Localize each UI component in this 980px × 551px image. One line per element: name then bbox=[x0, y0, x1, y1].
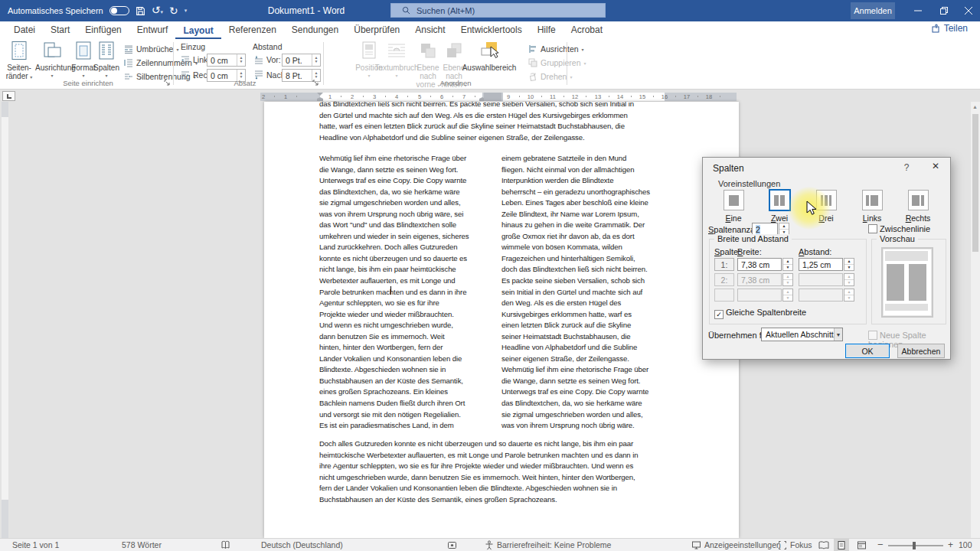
ruler-number: 17 bbox=[684, 93, 690, 100]
line-between-checkbox-box[interactable] bbox=[868, 224, 877, 233]
share-button[interactable]: Teilen bbox=[932, 23, 968, 34]
display-settings-label[interactable]: Anzeigeeinstellungen bbox=[704, 540, 781, 549]
zoom-out-icon[interactable]: − bbox=[877, 539, 884, 550]
margins-button[interactable]: Seiten- ränder ▾ bbox=[3, 41, 35, 82]
page-margins-icon bbox=[9, 41, 29, 60]
tab-start[interactable]: Start bbox=[43, 22, 77, 39]
sign-in-button[interactable]: Anmelden bbox=[851, 2, 895, 19]
save-icon[interactable] bbox=[136, 6, 145, 16]
qat-customize-icon[interactable]: ▾ bbox=[185, 8, 188, 14]
focus-label[interactable]: Fokus bbox=[790, 540, 812, 549]
tab-hilfe[interactable]: Hilfe bbox=[530, 22, 564, 39]
ruler-number: 15 bbox=[639, 93, 645, 100]
zoom-in-icon[interactable]: + bbox=[948, 540, 953, 550]
restore-button[interactable] bbox=[933, 0, 956, 21]
line-numbers-icon bbox=[124, 58, 133, 67]
tab-sendungen[interactable]: Sendungen bbox=[284, 22, 346, 39]
preset-left[interactable]: Links bbox=[851, 190, 893, 223]
breaks-button[interactable]: Umbrüche▾ bbox=[124, 43, 178, 55]
scroll-up-icon[interactable]: ▲ bbox=[972, 104, 978, 109]
row3-width-spinner: ▲▼ bbox=[737, 289, 793, 302]
tab-layout[interactable]: Layout bbox=[175, 23, 220, 40]
ruler-number: 1 bbox=[284, 93, 287, 100]
print-layout-icon[interactable] bbox=[837, 540, 846, 550]
macro-record-icon[interactable] bbox=[447, 540, 457, 550]
row1-width-spinner[interactable]: 7,38 cm▲▼ bbox=[737, 258, 793, 271]
cancel-button[interactable]: Abbrechen bbox=[897, 344, 945, 358]
row2-width-spinner: 7,38 cm▲▼ bbox=[737, 273, 793, 286]
page-setup-dialog-launcher[interactable] bbox=[164, 80, 171, 86]
close-button[interactable] bbox=[957, 0, 980, 21]
tab-entwicklertools[interactable]: Entwicklertools bbox=[453, 22, 530, 39]
tab-datei[interactable]: Datei bbox=[6, 22, 43, 39]
preset-two-icon bbox=[769, 190, 790, 210]
preset-one[interactable]: Eine bbox=[712, 190, 755, 223]
ruler-number: 2 bbox=[262, 93, 265, 100]
proofing-icon[interactable] bbox=[220, 540, 230, 550]
orientation-icon bbox=[42, 41, 62, 60]
vertical-scrollbar[interactable]: ▲ bbox=[971, 102, 980, 538]
spacing-before-icon bbox=[254, 55, 263, 64]
row1-number: 1: bbox=[714, 258, 734, 271]
ruler-number: 6 bbox=[440, 93, 443, 100]
document-page[interactable]: das Blindtextchen ließ sich nicht beirre… bbox=[264, 102, 739, 538]
dialog-close-button[interactable]: ✕ bbox=[926, 161, 945, 174]
zoom-level[interactable]: 100 % bbox=[959, 540, 980, 551]
dialog-help-button[interactable]: ? bbox=[900, 162, 913, 173]
preset-right[interactable]: Rechts bbox=[897, 190, 939, 223]
read-mode-icon[interactable] bbox=[818, 540, 829, 550]
spacing-before-input[interactable]: 0 Pt.▲▼ bbox=[282, 54, 321, 67]
text-caret bbox=[390, 286, 391, 295]
align-button[interactable]: Ausrichten▾ bbox=[528, 43, 584, 55]
web-layout-icon[interactable] bbox=[857, 540, 867, 550]
ruler-number: 3 bbox=[373, 93, 376, 100]
preset-left-icon bbox=[862, 190, 883, 210]
zoom-slider-handle[interactable] bbox=[913, 542, 916, 549]
column-gutter-marker[interactable] bbox=[484, 93, 501, 101]
ruler-number: 14 bbox=[617, 93, 623, 100]
group-label-paragraph: Absatz bbox=[214, 79, 276, 87]
columns-button[interactable]: Spalten ▾ bbox=[90, 41, 122, 80]
orientation-button[interactable]: Ausrichtung ▾ bbox=[35, 41, 69, 80]
zoom-slider-track[interactable] bbox=[888, 545, 943, 546]
display-settings-icon[interactable] bbox=[691, 540, 701, 550]
tab-referenzen[interactable]: Referenzen bbox=[221, 22, 284, 39]
ok-button[interactable]: OK bbox=[845, 344, 890, 358]
search-input[interactable]: Suchen (Alt+M) bbox=[390, 3, 606, 18]
minimize-button[interactable] bbox=[906, 0, 929, 21]
indent-left-input[interactable]: 0 cm▲▼ bbox=[207, 54, 246, 67]
page-indicator[interactable]: Seite 1 von 1 bbox=[12, 540, 59, 549]
redo-icon[interactable]: ↻ bbox=[169, 5, 178, 16]
tab-entwurf[interactable]: Entwurf bbox=[129, 22, 176, 39]
text-column-left: Wehmütig lief ihm eine rhetorische Frage… bbox=[319, 153, 489, 432]
spacing-heading: Abstand bbox=[253, 42, 283, 51]
indent-right-icon bbox=[181, 70, 190, 80]
columns-icon bbox=[96, 41, 116, 60]
window-title: Dokument1 - Word bbox=[230, 0, 383, 21]
equal-width-checkbox[interactable]: ✓ Gleiche Spaltenbreite bbox=[714, 308, 806, 319]
ribbon-tabs: Datei Start Einfügen Entwurf Layout Refe… bbox=[0, 21, 980, 39]
undo-icon[interactable]: ↺▾ bbox=[152, 5, 163, 18]
ruler-number: 5 bbox=[418, 93, 421, 100]
paragraph-dialog-launcher[interactable] bbox=[312, 80, 319, 86]
dropdown-chevron-icon[interactable]: ▼ bbox=[834, 328, 842, 341]
tab-einfuegen[interactable]: Einfügen bbox=[77, 22, 129, 39]
word-count[interactable]: 578 Wörter bbox=[122, 540, 162, 549]
autosave-toggle[interactable] bbox=[109, 6, 129, 15]
selection-pane-icon bbox=[479, 41, 499, 60]
accessibility-icon[interactable] bbox=[485, 540, 494, 550]
scrollbar-thumb[interactable] bbox=[972, 114, 978, 252]
selection-pane-button[interactable]: Auswahlbereich bbox=[459, 41, 519, 72]
tab-ansicht[interactable]: Ansicht bbox=[407, 22, 452, 39]
equal-width-checkbox-box[interactable]: ✓ bbox=[714, 310, 724, 319]
line-between-checkbox[interactable]: Zwischenlinie bbox=[868, 224, 930, 233]
row1-spacing-spinner[interactable]: 1,25 cm▲▼ bbox=[799, 258, 854, 271]
ruler-band: 2112345679101112131415161718 bbox=[0, 90, 980, 102]
tab-ueberpruefen[interactable]: Überprüfen bbox=[346, 22, 407, 39]
focus-icon[interactable] bbox=[778, 540, 787, 550]
tab-acrobat[interactable]: Acrobat bbox=[564, 22, 610, 39]
apply-to-dropdown[interactable]: Aktuellen Abschnitt ▼ bbox=[761, 328, 843, 341]
language-indicator[interactable]: Deutsch (Deutschland) bbox=[261, 540, 343, 549]
search-placeholder: Suchen (Alt+M) bbox=[416, 6, 475, 15]
accessibility-status[interactable]: Barrierefreiheit: Keine Probleme bbox=[497, 540, 611, 549]
